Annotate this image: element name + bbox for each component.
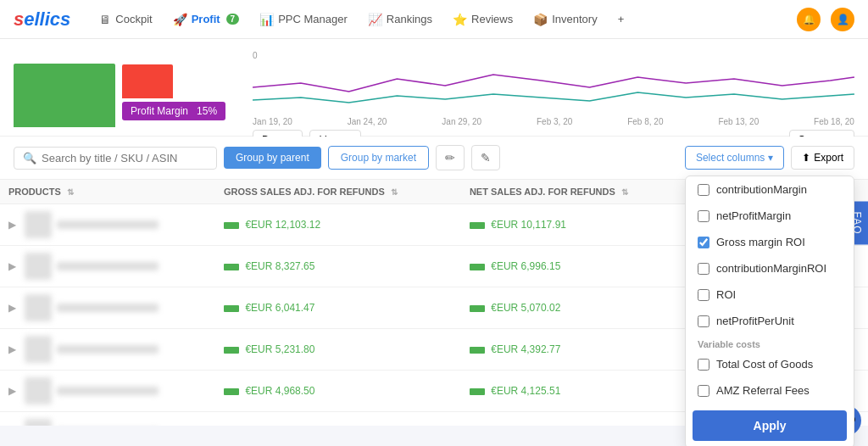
checkbox-ROI[interactable]: [698, 289, 709, 301]
avatar[interactable]: 🔔: [797, 8, 821, 31]
export-button[interactable]: ⬆ Export: [791, 146, 854, 170]
nav-item-reviews[interactable]: ⭐ Reviews: [444, 8, 521, 31]
checkbox-contributionMargin[interactable]: [698, 184, 709, 196]
net-bar-1: [470, 264, 485, 270]
inventory-icon: 📦: [533, 13, 548, 26]
user-avatar[interactable]: 👤: [831, 8, 854, 31]
dropdown-item-contributionMarginROI[interactable]: contributionMarginROI: [686, 255, 854, 282]
cell-net-0: €EUR 10,117.91: [461, 204, 687, 246]
expand-icon-0[interactable]: ▶: [8, 219, 16, 231]
nav-item-inventory[interactable]: 📦 Inventory: [525, 8, 605, 31]
nav-right: 🔔 👤: [797, 8, 854, 31]
gross-value-2: €EUR 6,041.47: [245, 302, 314, 314]
cell-gross-2: €EUR 6,041.47: [215, 287, 461, 329]
expand-icon-3[interactable]: ▶: [8, 343, 16, 355]
group-by-market-button[interactable]: Group by market: [328, 146, 429, 170]
dropdown-label-netProfitPerUnit: netProfitPerUnit: [716, 315, 794, 327]
col-header-products[interactable]: PRODUCTS ⇅: [0, 180, 215, 204]
product-name-2: [57, 304, 159, 312]
product-thumbnail-4: [25, 377, 52, 404]
dropdown-label-amzReferralFees: AMZ Referral Fees: [716, 384, 810, 397]
gross-bar-4: [224, 388, 239, 395]
date-label-5: Feb 8, 20: [627, 117, 663, 126]
nav-item-rankings[interactable]: 📈 Rankings: [359, 8, 441, 31]
bar-green: [14, 64, 115, 127]
checkbox-grossMarginROI[interactable]: [698, 237, 709, 248]
product-thumbnail-5: [25, 419, 52, 426]
dropdown-item-amzReferralFees[interactable]: AMZ Referral Fees: [686, 377, 854, 404]
group-market-label: Group by market: [341, 152, 416, 164]
select-columns-button[interactable]: Select columns ▾: [685, 146, 784, 170]
gross-value-3: €EUR 5,231.80: [245, 343, 314, 355]
nav-item-plus[interactable]: +: [609, 8, 633, 31]
product-name-0: [57, 220, 159, 229]
expand-icon-1[interactable]: ▶: [8, 260, 16, 272]
chart-bars: Profit Margin 15%: [14, 64, 225, 127]
date-label-1: Jan 19, 20: [253, 117, 292, 126]
product-thumbnail-0: [25, 211, 52, 238]
cockpit-icon: 🖥: [99, 13, 111, 26]
dropdown-item-netProfitMargin[interactable]: netProfitMargin: [686, 203, 854, 229]
net-value-0: €EUR 10,117.91: [491, 219, 566, 231]
nav-item-ppc[interactable]: 📊 PPC Manager: [251, 8, 356, 31]
net-value-4: €EUR 4,125.51: [491, 385, 560, 397]
variable-costs-section-label: Variable costs: [686, 334, 854, 351]
navigation: sellics 🖥 Cockpit 🚀 Profit 7 📊 PPC Manag…: [0, 0, 868, 39]
dropdown-item-contributionMargin[interactable]: contributionMargin: [686, 176, 854, 203]
col-header-net[interactable]: NET SALES ADJ. FOR REFUNDS ⇅: [461, 180, 687, 204]
cell-net-1: €EUR 6,996.15: [461, 246, 687, 287]
expand-icon-2[interactable]: ▶: [8, 302, 16, 314]
cell-product-1: ▶: [0, 246, 215, 287]
checkbox-totalCostOfGoods[interactable]: [698, 359, 709, 371]
col-header-gross[interactable]: GROSS SALES ADJ. FOR REFUNDS ⇅: [215, 180, 461, 204]
chart-line-area: 0 Jan 19, 20 Jan 24, 20 Jan 29, 20 Feb 3…: [253, 51, 854, 127]
cell-product-3: ▶: [0, 329, 215, 371]
table-toolbar: 🔍 Group by parent Group by market ✏ ✎ Se…: [0, 137, 868, 180]
dropdown-label-netProfitMargin: netProfitMargin: [716, 209, 791, 222]
cell-gross-5: €EUR 4,613.02: [215, 412, 461, 426]
dropdown-item-grossMarginROI[interactable]: Gross margin ROI: [686, 229, 854, 255]
group-by-parent-button[interactable]: Group by parent: [224, 147, 321, 169]
expand-icon-4[interactable]: ▶: [8, 385, 16, 397]
gross-bar-2: [224, 305, 239, 312]
pencil-icon-button[interactable]: ✎: [471, 145, 500, 170]
dropdown-variable-items: Total Cost of Goods AMZ Referral Fees: [686, 351, 854, 404]
dropdown-item-totalCostOfGoods[interactable]: Total Cost of Goods: [686, 351, 854, 377]
sort-icon-products: ⇅: [67, 187, 74, 197]
dropdown-item-ROI[interactable]: ROI: [686, 282, 854, 308]
reviews-icon: ⭐: [453, 13, 467, 26]
dropdown-label-grossMarginROI: Gross margin ROI: [716, 236, 805, 248]
dropdown-label-contributionMargin: contributionMargin: [716, 183, 807, 196]
net-value-3: €EUR 4,392.77: [491, 343, 560, 355]
group-parent-label: Group by parent: [236, 152, 309, 164]
nav-item-cockpit[interactable]: 🖥 Cockpit: [91, 8, 160, 31]
net-bar-4: [470, 388, 485, 395]
checkbox-amzReferralFees[interactable]: [698, 385, 709, 397]
profit-margin-badge: Profit Margin 15%: [122, 102, 225, 120]
product-name-1: [57, 262, 159, 270]
checkbox-netProfitMargin[interactable]: [698, 210, 709, 222]
gross-value-0: €EUR 12,103.12: [245, 219, 320, 231]
table-section: 🔍 Group by parent Group by market ✏ ✎ Se…: [0, 137, 868, 426]
select-columns-chevron-icon: ▾: [768, 152, 773, 164]
checkbox-netProfitPerUnit[interactable]: [698, 315, 709, 327]
ppc-icon: 📊: [259, 13, 274, 26]
dropdown-item-netProfitPerUnit[interactable]: netProfitPerUnit: [686, 308, 854, 334]
export-icon: ⬆: [802, 152, 810, 164]
logo[interactable]: sellics: [14, 8, 70, 31]
net-bar-3: [470, 347, 485, 354]
profit-margin-value: 15%: [197, 105, 217, 117]
nav-item-reviews-label: Reviews: [471, 13, 513, 25]
product-name-3: [57, 345, 159, 354]
nav-item-profit[interactable]: 🚀 Profit 7: [164, 8, 248, 31]
checkbox-contributionMarginROI[interactable]: [698, 263, 709, 275]
gross-bar-0: [224, 222, 239, 229]
net-bar-2: [470, 305, 485, 312]
search-box[interactable]: 🔍: [14, 147, 217, 170]
apply-label: Apply: [754, 419, 787, 432]
sort-icon-net: ⇅: [621, 187, 628, 197]
edit-icon-button[interactable]: ✏: [436, 145, 465, 170]
search-input[interactable]: [42, 152, 208, 164]
apply-button[interactable]: Apply: [693, 410, 847, 441]
line-chart: [253, 62, 854, 113]
